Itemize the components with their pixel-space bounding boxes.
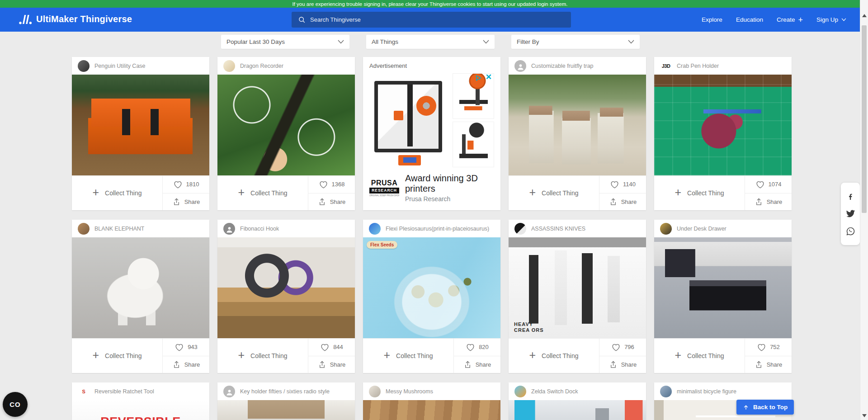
twitter-icon[interactable]: [846, 210, 855, 218]
thing-title[interactable]: ASSASSINS KNIVES: [531, 226, 585, 232]
share-button[interactable]: Share: [599, 193, 646, 211]
creator-avatar[interactable]: [514, 386, 526, 397]
share-button[interactable]: Share: [454, 356, 500, 373]
thing-title[interactable]: Under Desk Drawer: [677, 226, 726, 232]
collect-thing-button[interactable]: + Collect Thing: [654, 176, 745, 210]
share-button[interactable]: Share: [308, 193, 355, 211]
thingiverse-logo[interactable]: UltiMaker Thingiverse: [19, 14, 132, 24]
page-scrollbar[interactable]: [860, 0, 868, 420]
creator-avatar[interactable]: [514, 60, 526, 72]
thing-card-header[interactable]: Customizable fruitfly trap: [509, 57, 646, 75]
collect-thing-button[interactable]: + Collect Thing: [509, 176, 599, 210]
search-bar[interactable]: [292, 12, 571, 28]
nav-education[interactable]: Education: [736, 16, 763, 23]
creator-avatar[interactable]: J3D: [660, 60, 672, 72]
thing-card-header[interactable]: ASSASSINS KNIVES: [509, 220, 646, 237]
share-button[interactable]: Share: [163, 193, 209, 211]
nav-sign-up[interactable]: Sign Up: [816, 16, 846, 23]
thing-card-header[interactable]: Zelda Switch Dock: [509, 382, 646, 400]
creator-avatar[interactable]: [369, 386, 381, 397]
nav-explore[interactable]: Explore: [702, 16, 722, 23]
thing-card-header[interactable]: Fibonacci Hook: [217, 220, 355, 237]
thing-image[interactable]: HEAVY CREA ORS: [509, 237, 646, 338]
nav-create[interactable]: Create +: [777, 16, 803, 24]
like-button[interactable]: 943: [163, 339, 209, 356]
creator-avatar[interactable]: [78, 60, 90, 72]
thing-image[interactable]: [217, 237, 355, 338]
thing-card-header[interactable]: Key holder fifties / sixties radio style: [217, 382, 355, 400]
share-button[interactable]: Share: [163, 356, 209, 373]
thing-card-header[interactable]: Flexi Plesiosaurus(print-in-placeiosauru…: [363, 220, 500, 237]
thing-card-header[interactable]: minimalist bicycle figure: [654, 382, 792, 400]
filter-by-dropdown[interactable]: Filter By: [511, 35, 640, 49]
like-button[interactable]: 820: [454, 339, 500, 356]
thing-card-header[interactable]: J3D Crab Pen Holder: [654, 57, 792, 75]
thing-card-header[interactable]: Under Desk Drawer: [654, 220, 792, 237]
thing-image[interactable]: [72, 75, 209, 175]
thing-title[interactable]: Fibonacci Hook: [240, 226, 279, 232]
collect-thing-button[interactable]: + Collect Thing: [363, 339, 453, 373]
thing-image[interactable]: [217, 400, 355, 420]
creator-avatar[interactable]: [78, 223, 90, 235]
thing-image[interactable]: [654, 237, 792, 338]
thing-title[interactable]: Flexi Plesiosaurus(print-in-placeiosauru…: [386, 226, 489, 232]
thing-image[interactable]: [509, 400, 646, 420]
thing-image[interactable]: Flex Seeds: [363, 237, 500, 338]
creator-avatar[interactable]: [660, 223, 672, 235]
collect-thing-button[interactable]: + Collect Thing: [509, 339, 599, 373]
thing-title[interactable]: BLANK ELEPHANT: [94, 226, 144, 232]
thing-card-header[interactable]: Messy Mushrooms: [363, 382, 500, 400]
thing-title[interactable]: Zelda Switch Dock: [531, 388, 578, 395]
creator-avatar[interactable]: S: [78, 386, 90, 397]
ad-choices-icon[interactable]: [475, 75, 482, 81]
thing-title[interactable]: Penguin Utility Case: [94, 63, 146, 69]
thing-title[interactable]: Customizable fruitfly trap: [531, 63, 594, 69]
thing-card-header[interactable]: BLANK ELEPHANT: [72, 220, 209, 237]
creator-avatar[interactable]: [660, 386, 672, 397]
like-button[interactable]: 1810: [163, 176, 209, 193]
share-button[interactable]: Share: [308, 356, 355, 373]
search-input[interactable]: [310, 16, 565, 23]
creator-avatar[interactable]: [223, 223, 235, 235]
share-button[interactable]: Share: [745, 193, 792, 211]
thing-image[interactable]: REVERSIBLE: [72, 400, 209, 420]
thing-image[interactable]: [509, 75, 646, 175]
thing-image[interactable]: [654, 75, 792, 175]
sort-dropdown[interactable]: Popular Last 30 Days: [221, 35, 349, 49]
like-button[interactable]: 752: [745, 339, 792, 356]
thing-title[interactable]: Key holder fifties / sixties radio style: [240, 388, 330, 395]
scrollbar-up-arrow[interactable]: [862, 14, 867, 17]
like-button[interactable]: 844: [308, 339, 355, 356]
collect-thing-button[interactable]: + Collect Thing: [217, 176, 308, 210]
ad-close-icon[interactable]: ✕: [486, 73, 492, 82]
thing-title[interactable]: Reversible Ratchet Tool: [94, 388, 154, 395]
creator-avatar[interactable]: [223, 60, 235, 72]
collect-thing-button[interactable]: + Collect Thing: [654, 339, 745, 373]
like-button[interactable]: 1074: [745, 176, 792, 193]
collect-thing-button[interactable]: + Collect Thing: [72, 176, 162, 210]
creator-avatar[interactable]: [369, 223, 381, 235]
creator-avatar[interactable]: [223, 386, 235, 397]
scrollbar-thumb[interactable]: [862, 25, 867, 213]
cookie-consent-button[interactable]: CO: [3, 392, 28, 417]
like-button[interactable]: 796: [599, 339, 646, 356]
like-button[interactable]: 1368: [308, 176, 355, 193]
ad-headline[interactable]: Award winning 3D printers: [405, 173, 494, 194]
whatsapp-icon[interactable]: [846, 227, 855, 236]
like-button[interactable]: 1140: [599, 176, 646, 193]
scrollbar-down-arrow[interactable]: [862, 414, 867, 417]
collect-thing-button[interactable]: + Collect Thing: [72, 339, 162, 373]
thing-title[interactable]: minimalist bicycle figure: [677, 388, 736, 395]
back-to-top-button[interactable]: Back to Top: [736, 400, 794, 415]
thing-card-header[interactable]: Dragon Recorder: [217, 57, 355, 75]
thing-image[interactable]: [72, 237, 209, 338]
share-button[interactable]: Share: [745, 356, 792, 373]
category-dropdown[interactable]: All Things: [366, 35, 495, 49]
collect-thing-button[interactable]: + Collect Thing: [217, 339, 308, 373]
thing-image[interactable]: [363, 400, 500, 420]
thing-title[interactable]: Dragon Recorder: [240, 63, 283, 69]
ad-creative[interactable]: ✕: [369, 73, 494, 167]
share-button[interactable]: Share: [599, 356, 646, 373]
creator-avatar[interactable]: [514, 223, 526, 235]
thing-title[interactable]: Messy Mushrooms: [386, 388, 433, 395]
